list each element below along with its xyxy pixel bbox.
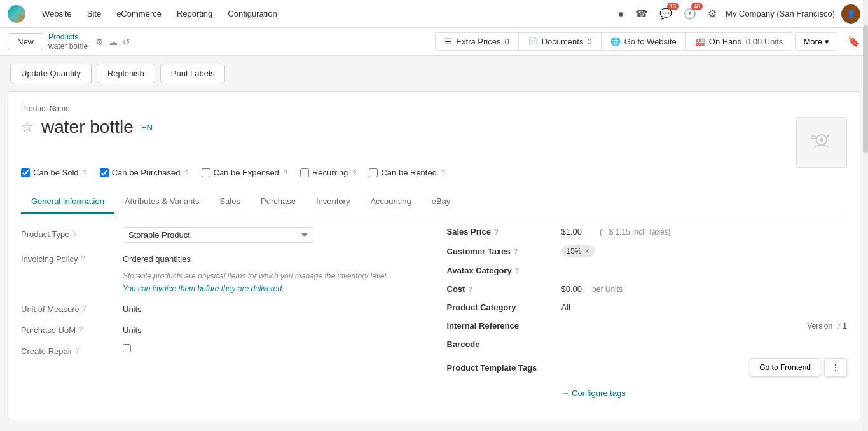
product-type-value[interactable]: Storable Product Consumable Service (123, 227, 422, 243)
list-icon: ☰ (444, 37, 452, 46)
nav-site[interactable]: Site (81, 5, 107, 22)
purchase-uom-label: Purchase UoM ? (21, 323, 123, 335)
nav-right: ● ☎ 💬 13 🕐 48 ⚙ My Company (San Francisc… (615, 4, 860, 24)
version-help[interactable]: ? (836, 322, 840, 330)
avatar[interactable]: 👤 (841, 4, 860, 24)
create-repair-help[interactable]: ? (76, 346, 79, 354)
on-hand-button[interactable]: 🏭 On Hand 0.00 Units (685, 32, 793, 51)
go-to-website-button[interactable]: 🌐 Go to Website (601, 32, 685, 51)
chat-badge: 13 (667, 3, 679, 10)
undo-icon[interactable]: ↺ (123, 37, 130, 47)
product-type-help[interactable]: ? (72, 229, 76, 237)
go-to-frontend-button[interactable]: Go to Frontend (750, 358, 820, 377)
can-be-purchased-checkbox[interactable]: Can be Purchased ? (100, 168, 189, 177)
sales-price-label: Sales Price ? (447, 227, 561, 236)
clock-icon[interactable]: 🕐 48 (681, 5, 699, 22)
product-type-label: Product Type ? (21, 227, 123, 239)
purchase-uom-help[interactable]: ? (79, 325, 83, 333)
create-repair-value[interactable] (123, 344, 422, 354)
barcode-label: Barcode (447, 339, 561, 349)
invoicing-help-text-2: You can invoice them before they are del… (123, 284, 422, 293)
create-repair-row: Create Repair ? (21, 344, 422, 356)
sales-price-help[interactable]: ? (494, 228, 499, 236)
unit-of-measure-help[interactable]: ? (83, 304, 86, 312)
invoicing-policy-row: Invoicing Policy ? Ordered quantities St… (21, 252, 422, 293)
phone-icon[interactable]: ☎ (633, 5, 651, 22)
settings-icon[interactable]: ⚙ (705, 5, 719, 22)
product-category-label: Product Category (447, 303, 561, 312)
tab-accounting[interactable]: Accounting (360, 190, 421, 214)
replenish-button[interactable]: Replenish (97, 64, 155, 83)
internal-reference-label: Internal Reference (447, 321, 561, 331)
clock-badge: 48 (691, 3, 703, 10)
tab-inventory[interactable]: Inventory (306, 190, 360, 214)
can-be-sold-help[interactable]: ? (83, 169, 87, 177)
globe-icon: 🌐 (610, 37, 621, 46)
nav-ecommerce[interactable]: eCommerce (110, 5, 168, 22)
chat-icon[interactable]: 💬 13 (657, 5, 675, 22)
product-type-row: Product Type ? Storable Product Consumab… (21, 227, 422, 243)
print-labels-button[interactable]: Print Labels (160, 64, 226, 83)
sales-price-amount[interactable]: $1.00 (561, 227, 582, 236)
can-be-purchased-help[interactable]: ? (184, 169, 188, 177)
more-button[interactable]: More ▾ (795, 32, 837, 51)
cost-amount[interactable]: $0.00 (561, 284, 582, 294)
recurring-help[interactable]: ? (352, 169, 356, 177)
breadcrumb-parent[interactable]: Products (48, 32, 88, 41)
update-quantity-button[interactable]: Update Quantity (10, 64, 92, 83)
can-be-expensed-checkbox[interactable]: Can be Expensed ? (202, 168, 287, 177)
tab-attributes[interactable]: Attributes & Variants (114, 190, 210, 214)
extra-prices-button[interactable]: ☰ Extra Prices 0 (435, 32, 518, 51)
scrollbar[interactable] (863, 0, 868, 428)
cloud-icon[interactable]: ☁ (109, 37, 118, 47)
version-label: Version (807, 322, 832, 331)
documents-button[interactable]: 📄 Documents 0 (518, 32, 601, 51)
configure-tags-link[interactable]: → Configure tags (561, 388, 626, 398)
tax-tag-close[interactable]: ✕ (584, 247, 590, 256)
nav-configuration[interactable]: Configuration (221, 5, 283, 22)
chevron-down-icon: ▾ (825, 37, 829, 46)
cost-per-units: per Units (592, 285, 623, 294)
tab-purchase[interactable]: Purchase (251, 190, 306, 214)
toolbar: ☰ Extra Prices 0 📄 Documents 0 🌐 Go to W… (435, 32, 837, 51)
purchase-uom-value[interactable]: Units (123, 323, 422, 335)
scrollbar-thumb[interactable] (863, 25, 868, 153)
tab-general[interactable]: General Information (21, 190, 114, 214)
unit-of-measure-value[interactable]: Units (123, 302, 422, 314)
can-be-rented-help[interactable]: ? (441, 169, 445, 177)
create-repair-checkbox[interactable] (123, 344, 131, 352)
bookmark-icon[interactable]: 🔖 (848, 36, 860, 48)
internal-reference-value: Version ? 1 (561, 322, 848, 331)
gear-icon[interactable]: ⚙ (95, 37, 104, 47)
on-hand-value: 0.00 Units (746, 37, 783, 46)
tab-sales[interactable]: Sales (209, 190, 251, 214)
new-button[interactable]: New (8, 33, 43, 50)
form-right: Sales Price ? $1.00 (= $ 1.15 Incl. Taxe… (447, 227, 848, 407)
product-title[interactable]: water bottle (41, 117, 134, 137)
product-image[interactable] (796, 117, 847, 168)
on-hand-label: On Hand (709, 37, 742, 46)
three-dots-button[interactable]: ⋮ (824, 358, 847, 377)
documents-count: 0 (587, 37, 591, 46)
version-row: Version ? 1 (807, 322, 847, 331)
product-category-value[interactable]: All (561, 303, 848, 312)
language-badge[interactable]: EN (141, 123, 153, 132)
can-be-rented-checkbox[interactable]: Can be Rented ? (369, 168, 445, 177)
customer-taxes-help[interactable]: ? (514, 247, 518, 255)
avatax-category-help[interactable]: ? (515, 267, 520, 275)
nav-website[interactable]: Website (36, 5, 78, 22)
cost-help[interactable]: ? (468, 285, 472, 293)
product-type-select[interactable]: Storable Product Consumable Service (123, 227, 313, 243)
incl-taxes-text: (= $ 1.15 Incl. Taxes) (600, 228, 671, 236)
tab-ebay[interactable]: eBay (422, 190, 461, 214)
can-be-sold-checkbox[interactable]: Can be Sold ? (21, 168, 87, 177)
favorite-icon[interactable]: ☆ (21, 119, 34, 135)
unit-of-measure-row: Unit of Measure ? Units (21, 302, 422, 314)
invoicing-policy-help[interactable]: ? (81, 254, 85, 262)
tabs: General Information Attributes & Variant… (21, 190, 847, 214)
can-be-expensed-help[interactable]: ? (284, 169, 287, 177)
recurring-checkbox[interactable]: Recurring ? (300, 168, 356, 177)
invoicing-help-text-1: Storable products are physical items for… (123, 270, 422, 282)
odoo-logo[interactable] (8, 5, 25, 23)
nav-reporting[interactable]: Reporting (170, 5, 219, 22)
